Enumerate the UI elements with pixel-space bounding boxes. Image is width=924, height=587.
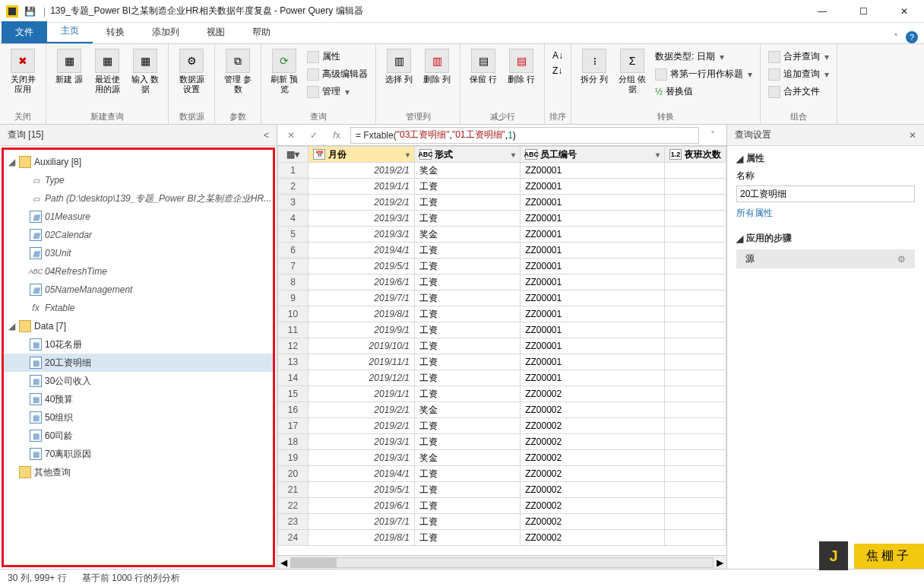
col-night[interactable]: 1.2夜班次数 (665, 147, 726, 163)
table-row[interactable]: 232019/7/1工资ZZ00002 (278, 514, 726, 530)
col-form[interactable]: ABC形式▾ (415, 147, 521, 163)
split-column-button[interactable]: ⫶拆分 列 (576, 47, 612, 86)
advanced-editor-button[interactable]: 高级编辑器 (304, 66, 371, 82)
choose-columns-button[interactable]: ▥选择 列 (381, 47, 417, 86)
query-name-input[interactable] (736, 186, 915, 202)
query-item[interactable]: ▦01Measure (4, 208, 273, 226)
table-row[interactable]: 72019/5/1工资ZZ00001 (278, 259, 726, 274)
save-icon[interactable]: 💾 (24, 6, 36, 17)
table-row[interactable]: 12019/2/1奖金ZZ00001 (278, 163, 726, 179)
append-queries-button[interactable]: 追加查询▾ (765, 66, 832, 82)
manage-params-button[interactable]: ⧉管理 参数 (220, 47, 256, 96)
remove-rows-button[interactable]: ▤删除 行 (503, 47, 540, 86)
query-item[interactable]: ABC04RefreshTime (4, 262, 273, 281)
collapse-ribbon-icon[interactable]: ˄ (894, 33, 898, 43)
table-row[interactable]: 32019/2/1工资ZZ00001 (278, 195, 726, 211)
table-row[interactable]: 182019/3/1工资ZZ00002 (278, 434, 726, 450)
manage-button[interactable]: 管理▾ (304, 84, 371, 100)
combine-files-button[interactable]: 合并文件 (765, 84, 832, 100)
accept-formula-button[interactable]: ✓ (305, 128, 323, 143)
filter-icon[interactable]: ▾ (656, 151, 660, 159)
table-row[interactable]: 242019/8/1工资ZZ00002 (278, 530, 726, 546)
folder-other[interactable]: ◢其他查询 (4, 463, 273, 481)
col-employee[interactable]: ABC员工编号▾ (521, 147, 665, 163)
sort-asc-button[interactable]: A↓ (549, 49, 566, 62)
table-row[interactable]: 112019/9/1工资ZZ00001 (278, 322, 726, 338)
query-item[interactable]: ▦10花名册 (4, 335, 273, 354)
table-row[interactable]: 42019/3/1工资ZZ00001 (278, 211, 726, 227)
collapse-icon[interactable]: < (264, 130, 269, 141)
tab-addcolumn[interactable]: 添加列 (138, 21, 193, 43)
folder-auxiliary[interactable]: ◢Auxiliary [8] (4, 153, 273, 171)
table-row[interactable]: 162019/2/1奖金ZZ00002 (278, 402, 726, 418)
query-item[interactable]: ▦03Unit (4, 244, 273, 262)
tab-transform[interactable]: 转换 (93, 21, 138, 43)
gear-icon[interactable]: ⚙ (897, 254, 906, 265)
datatype-button[interactable]: 数据类型: 日期▾ (652, 49, 755, 65)
keep-rows-button[interactable]: ▤保留 行 (465, 47, 502, 86)
table-row[interactable]: 212019/5/1工资ZZ00002 (278, 482, 726, 498)
properties-button[interactable]: 属性 (304, 49, 371, 65)
query-item[interactable]: ▦40预算 (4, 390, 273, 408)
merge-queries-button[interactable]: 合并查询▾ (765, 49, 832, 65)
all-properties-link[interactable]: 所有属性 (736, 207, 915, 220)
filter-icon[interactable]: ▾ (406, 151, 410, 159)
query-item[interactable]: ▦30公司收入 (4, 372, 273, 390)
sort-desc-button[interactable]: Z↓ (549, 64, 566, 78)
queries-header[interactable]: 查询 [15]< (0, 125, 277, 146)
table-row[interactable]: 132019/11/1工资ZZ00001 (278, 354, 726, 370)
help-icon[interactable]: ? (906, 31, 918, 43)
refresh-preview-button[interactable]: ⟳刷新 预览 (266, 47, 302, 96)
close-apply-button[interactable]: ✖关闭并 应用 (5, 47, 41, 96)
table-row[interactable]: 202019/4/1工资ZZ00002 (278, 466, 726, 482)
query-item[interactable]: ▦70离职原因 (4, 445, 273, 463)
table-row[interactable]: 102019/8/1工资ZZ00001 (278, 306, 726, 322)
query-item[interactable]: ▦20工资明细 (4, 354, 273, 372)
table-row[interactable]: 62019/4/1工资ZZ00001 (278, 243, 726, 259)
tab-view[interactable]: 视图 (193, 21, 239, 43)
properties-section[interactable]: ◢属性 (736, 152, 915, 165)
scroll-left-icon[interactable]: ◀ (280, 557, 287, 568)
query-item[interactable]: fxFxtable (4, 299, 273, 317)
table-row[interactable]: 52019/3/1奖金ZZ00001 (278, 227, 726, 243)
firstrow-headers-button[interactable]: 将第一行用作标题▾ (652, 66, 755, 82)
recent-sources-button[interactable]: ▦最近使 用的源 (89, 47, 125, 96)
query-item[interactable]: ▭Path (D:\desktop\139_专题_Power BI之某制造企业H… (4, 189, 273, 208)
enter-data-button[interactable]: ▦输入 数据 (127, 47, 163, 96)
step-source[interactable]: 源⚙ (736, 249, 915, 268)
scroll-right-icon[interactable]: ▶ (717, 557, 723, 568)
expand-formula-button[interactable]: ˅ (704, 128, 722, 143)
table-row[interactable]: 122019/10/1工资ZZ00001 (278, 338, 726, 354)
filter-icon[interactable]: ▾ (511, 151, 515, 159)
query-item[interactable]: ▭Type (4, 171, 273, 189)
tab-file[interactable]: 文件 (2, 21, 47, 43)
steps-section[interactable]: ◢应用的步骤 (736, 232, 915, 245)
remove-columns-button[interactable]: ▥删除 列 (419, 47, 455, 86)
scroll-thumb[interactable] (291, 558, 337, 567)
table-row[interactable]: 92019/7/1工资ZZ00001 (278, 290, 726, 306)
folder-data[interactable]: ◢Data [7] (4, 317, 273, 335)
table-row[interactable]: 152019/1/1工资ZZ00002 (278, 386, 726, 402)
replace-values-button[interactable]: ½替换值 (652, 84, 755, 100)
query-item[interactable]: ▦02Calendar (4, 226, 273, 244)
data-grid[interactable]: ▦▾ 📅月份▾ ABC形式▾ ABC员工编号▾ 1.2夜班次数 12019/2/… (277, 146, 726, 555)
horizontal-scrollbar[interactable]: ◀ ▶ (277, 555, 726, 569)
table-row[interactable]: 82019/6/1工资ZZ00001 (278, 274, 726, 290)
close-button[interactable]: ✕ (891, 6, 918, 17)
tab-help[interactable]: 帮助 (239, 21, 284, 43)
table-row[interactable]: 222019/6/1工资ZZ00002 (278, 498, 726, 514)
datasource-settings-button[interactable]: ⚙数据源 设置 (173, 47, 210, 96)
query-item[interactable]: ▦05NameManagement (4, 281, 273, 299)
cancel-formula-button[interactable]: ✕ (282, 128, 300, 143)
maximize-button[interactable]: ☐ (850, 6, 877, 17)
row-header-corner[interactable]: ▦▾ (278, 147, 309, 163)
table-row[interactable]: 192019/3/1奖金ZZ00002 (278, 450, 726, 466)
query-item[interactable]: ▦60司龄 (4, 427, 273, 445)
table-row[interactable]: 22019/1/1工资ZZ00001 (278, 179, 726, 195)
groupby-button[interactable]: Σ分组 依据 (614, 47, 650, 96)
formula-input[interactable]: = Fxtable("03工资明细","01工资明细",1) (350, 127, 699, 144)
table-row[interactable]: 142019/12/1工资ZZ00001 (278, 370, 726, 386)
close-settings-icon[interactable]: ✕ (909, 130, 916, 141)
table-row[interactable]: 172019/2/1工资ZZ00002 (278, 418, 726, 434)
col-month[interactable]: 📅月份▾ (309, 147, 415, 163)
